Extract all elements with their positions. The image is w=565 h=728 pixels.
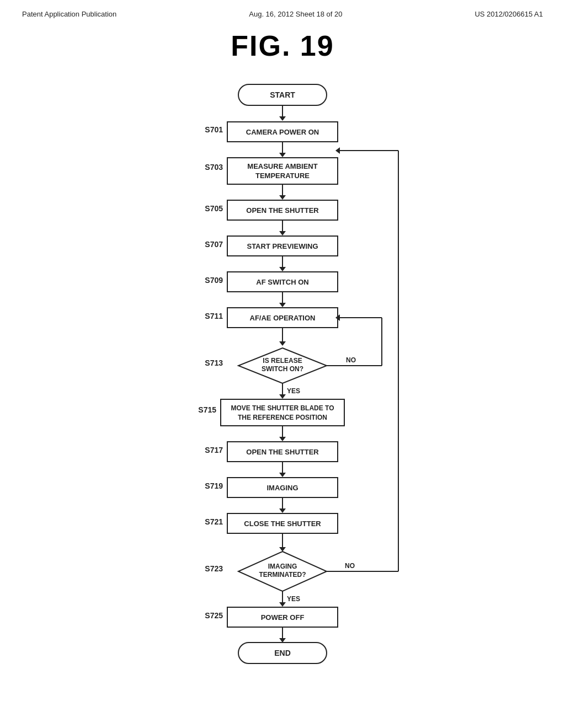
- svg-marker-5: [279, 153, 286, 157]
- step-s703-line1: MEASURE AMBIENT: [247, 162, 317, 170]
- step-s723-line2: TERMINATED?: [259, 571, 306, 579]
- step-label-s723: S723: [205, 564, 223, 573]
- step-label-s713: S713: [205, 358, 223, 367]
- step-label-s703: S703: [205, 163, 223, 172]
- svg-marker-14: [279, 267, 286, 271]
- step-label-s701: S701: [205, 125, 223, 134]
- step-label-s717: S717: [205, 446, 223, 454]
- yes-label-s713: YES: [287, 387, 300, 395]
- no-label-s713: NO: [346, 356, 356, 364]
- header-left: Patent Application Publication: [22, 10, 116, 18]
- svg-marker-49: [279, 638, 286, 643]
- figure-title: FIG. 19: [0, 29, 565, 62]
- step-s705: OPEN THE SHUTTER: [246, 206, 319, 215]
- step-s703-line2: TEMPERATURE: [255, 172, 310, 180]
- step-s715-line1: MOVE THE SHUTTER BLADE TO: [231, 404, 334, 412]
- step-label-s721: S721: [205, 517, 223, 526]
- svg-marker-23: [279, 394, 286, 399]
- step-label-s707: S707: [205, 240, 223, 249]
- step-label-s705: S705: [205, 204, 223, 213]
- step-label-s711: S711: [205, 312, 223, 320]
- svg-marker-20: [279, 341, 286, 346]
- header-right: US 2012/0206615 A1: [475, 10, 543, 18]
- step-label-s719: S719: [205, 481, 223, 490]
- step-s707: START PREVIEWING: [247, 242, 318, 250]
- step-s717: OPEN THE SHUTTER: [246, 448, 319, 456]
- yes-label-s723: YES: [287, 595, 300, 603]
- svg-marker-36: [279, 508, 286, 513]
- header-center: Aug. 16, 2012 Sheet 18 of 20: [249, 10, 342, 18]
- svg-marker-8: [279, 195, 286, 200]
- step-s723-line1: IMAGING: [268, 563, 297, 570]
- svg-rect-28: [221, 399, 344, 426]
- svg-marker-46: [335, 147, 340, 154]
- svg-marker-33: [279, 473, 286, 477]
- step-label-s725: S725: [205, 611, 223, 620]
- step-label-s715: S715: [198, 405, 216, 414]
- step-s721: CLOSE THE SHUTTER: [244, 520, 321, 528]
- step-label-s709: S709: [205, 276, 223, 285]
- svg-marker-11: [279, 231, 286, 235]
- start-label: START: [270, 90, 295, 99]
- step-s719: IMAGING: [266, 484, 298, 492]
- svg-marker-2: [279, 116, 286, 121]
- no-label-s723: NO: [345, 562, 355, 570]
- step-s713-line1: IS RELEASE: [263, 357, 302, 365]
- svg-marker-17: [279, 303, 286, 307]
- step-s713-line2: SWITCH ON?: [262, 365, 303, 373]
- step-s701: CAMERA POWER ON: [246, 128, 319, 136]
- flowchart-svg: START S701 CAMERA POWER ON S703 MEASURE …: [89, 79, 476, 713]
- svg-marker-42: [279, 602, 286, 607]
- end-label: END: [274, 649, 291, 657]
- flowchart-container: START S701 CAMERA POWER ON S703 MEASURE …: [0, 79, 565, 728]
- step-s709: AF SWITCH ON: [256, 278, 308, 286]
- svg-marker-30: [279, 437, 286, 441]
- step-s711: AF/AE OPERATION: [250, 314, 316, 322]
- svg-marker-39: [279, 547, 286, 552]
- step-s725: POWER OFF: [261, 613, 305, 622]
- page-header: Patent Application Publication Aug. 16, …: [0, 0, 565, 24]
- step-s715-line2: THE REFERENCE POSITION: [238, 414, 327, 421]
